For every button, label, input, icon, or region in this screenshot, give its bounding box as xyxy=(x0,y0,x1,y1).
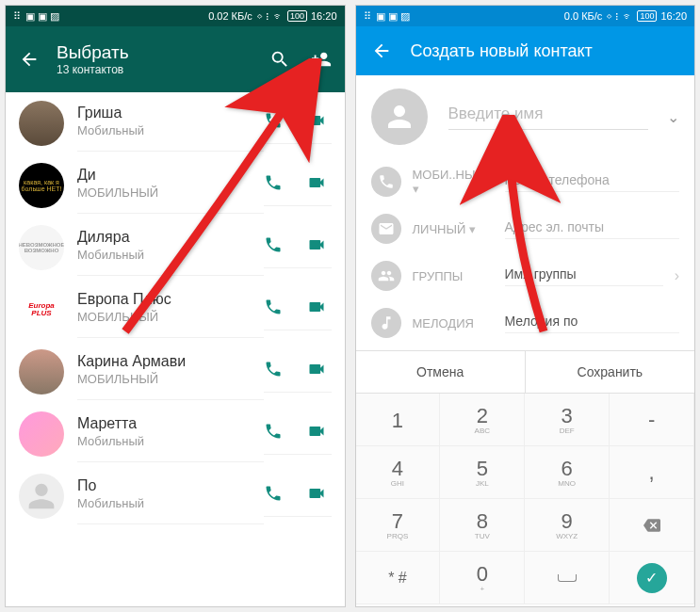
email-input[interactable]: Адрес эл. почты xyxy=(505,219,680,239)
video-icon[interactable] xyxy=(307,111,326,130)
video-icon[interactable] xyxy=(307,422,326,441)
group-icon xyxy=(371,261,401,291)
wifi-icon: ◇ ⋮ ᯤ xyxy=(606,10,633,22)
avatar: НЕВОЗМОЖНОЕ ВОЗМОЖНО xyxy=(19,225,64,270)
contact-type: МОБИЛЬНЫЙ xyxy=(77,372,264,386)
field-label: ГРУППЫ xyxy=(413,269,494,283)
chevron-down-icon[interactable]: ⌄ xyxy=(667,108,679,126)
action-bar: Отмена Сохранить xyxy=(356,350,695,394)
avatar xyxy=(19,411,64,457)
back-icon[interactable] xyxy=(19,49,40,70)
contact-row[interactable]: какая, как я больше НЕТ! ДиМОБИЛЬНЫЙ xyxy=(6,154,345,217)
call-icon[interactable] xyxy=(264,173,283,192)
clock: 16:20 xyxy=(660,10,687,22)
contact-row[interactable]: НЕВОЗМОЖНОЕ ВОЗМОЖНО ДиляраМобильный xyxy=(6,217,345,279)
header-subtitle: 13 контактов xyxy=(57,63,269,76)
contact-name: Карина Армави xyxy=(77,353,264,370)
key-8[interactable]: 8TUV xyxy=(440,499,525,552)
header-title: Выбрать xyxy=(57,42,269,63)
video-icon[interactable] xyxy=(307,484,326,503)
whatsapp-screen: ⠿▣ ▣ ▨ 0.02 КБ/с◇ ⋮ ᯤ10016:20 Выбрать 13… xyxy=(5,5,346,607)
key-comma[interactable]: , xyxy=(610,446,694,499)
avatar xyxy=(19,474,64,519)
key-done[interactable]: ✓ xyxy=(610,552,694,604)
signal-icon: ⠿ xyxy=(13,10,22,23)
video-icon[interactable] xyxy=(307,235,326,254)
key-star-hash[interactable]: * # xyxy=(356,552,441,604)
key-0[interactable]: 0+ xyxy=(440,552,525,604)
ringtone-value[interactable]: Мелодия по xyxy=(505,314,680,333)
phone-input[interactable]: Номер телефона xyxy=(505,172,680,192)
key-3[interactable]: 3DEF xyxy=(525,394,610,446)
video-icon[interactable] xyxy=(307,360,326,378)
phone-icon xyxy=(371,167,401,197)
save-button[interactable]: Сохранить xyxy=(526,351,694,393)
contact-row[interactable]: ПоМобильный xyxy=(6,465,345,527)
status-bar: ⠿▣ ▣ ▨ 0.02 КБ/с◇ ⋮ ᯤ10016:20 xyxy=(6,6,345,26)
contacts-screen: ⠿▣ ▣ ▨ 0.0 КБ/с◇ ⋮ ᯤ10016:20 Создать нов… xyxy=(355,5,696,607)
battery-level: 100 xyxy=(287,10,307,22)
key-backspace[interactable] xyxy=(610,499,694,552)
header-title: Создать новый контакт xyxy=(411,41,593,61)
call-icon[interactable] xyxy=(264,235,283,254)
video-icon[interactable] xyxy=(307,298,326,316)
contact-name: Гриша xyxy=(77,105,264,121)
data-rate: 0.02 КБ/с xyxy=(208,10,252,22)
call-icon[interactable] xyxy=(264,111,283,130)
contact-name: Ди xyxy=(77,167,264,184)
contact-name: Маретта xyxy=(77,415,264,432)
call-icon[interactable] xyxy=(264,298,283,316)
contact-type: МОБИЛЬНЫЙ xyxy=(77,310,264,324)
battery-level: 100 xyxy=(637,10,657,22)
key-4[interactable]: 4GHI xyxy=(356,446,441,499)
call-icon[interactable] xyxy=(264,484,283,503)
contact-name: Европа Плюс xyxy=(77,291,264,308)
check-icon: ✓ xyxy=(637,563,667,593)
key-space[interactable] xyxy=(525,552,610,604)
key-7[interactable]: 7PRQS xyxy=(356,499,441,552)
call-icon[interactable] xyxy=(264,422,283,441)
contact-name: По xyxy=(77,477,264,494)
avatar: Europa PLUS xyxy=(19,287,64,332)
wifi-icon: ◇ ⋮ ᯤ xyxy=(256,10,284,22)
whatsapp-header: Выбрать 13 контактов xyxy=(6,26,345,92)
contact-type: Мобильный xyxy=(77,123,264,137)
numeric-keypad: 1 2ABC 3DEF - 4GHI 5JKL 6MNO , 7PRQS 8TU… xyxy=(356,394,695,604)
contact-form: Введите имя ⌄ МОБИ..НЫЙ ▾ Номер телефона… xyxy=(356,75,695,346)
field-label[interactable]: ЛИЧНЫЙ ▾ xyxy=(413,222,494,236)
contact-row[interactable]: ГришаМобильный xyxy=(6,92,345,154)
group-value[interactable]: Имя группы xyxy=(505,266,663,286)
signal-icon: ⠿ xyxy=(364,10,372,23)
key-2[interactable]: 2ABC xyxy=(440,394,525,446)
contact-row[interactable]: МареттаМобильный xyxy=(6,403,345,465)
key-9[interactable]: 9WXYZ xyxy=(525,499,610,552)
contact-name: Диляра xyxy=(77,229,264,246)
contact-row[interactable]: Карина АрмавиМОБИЛЬНЫЙ xyxy=(6,341,345,403)
avatar xyxy=(19,349,64,395)
ringtone-icon xyxy=(371,308,401,338)
chevron-right-icon[interactable]: › xyxy=(675,267,679,284)
avatar: какая, как я больше НЕТ! xyxy=(19,163,64,208)
contact-avatar[interactable] xyxy=(371,89,428,145)
key-1[interactable]: 1 xyxy=(356,394,441,446)
call-icon[interactable] xyxy=(264,360,283,378)
contact-type: Мобильный xyxy=(77,434,264,448)
contact-row[interactable]: Europa PLUS Европа ПлюсМОБИЛЬНЫЙ xyxy=(6,279,345,341)
video-icon[interactable] xyxy=(307,173,326,192)
field-label: МЕЛОДИЯ xyxy=(413,316,494,330)
back-icon[interactable] xyxy=(371,40,392,61)
status-bar: ⠿▣ ▣ ▨ 0.0 КБ/с◇ ⋮ ᯤ10016:20 xyxy=(356,6,695,26)
avatar xyxy=(19,101,64,146)
key-6[interactable]: 6MNO xyxy=(525,446,610,499)
data-rate: 0.0 КБ/с xyxy=(564,10,603,22)
search-icon[interactable] xyxy=(269,49,290,70)
key-dash[interactable]: - xyxy=(610,394,694,446)
contact-list[interactable]: ГришаМобильный какая, как я больше НЕТ! … xyxy=(6,92,345,607)
contact-type: Мобильный xyxy=(77,248,264,262)
add-contact-icon[interactable] xyxy=(311,49,332,70)
name-input[interactable]: Введите имя xyxy=(448,105,649,130)
cancel-button[interactable]: Отмена xyxy=(356,351,526,393)
key-5[interactable]: 5JKL xyxy=(440,446,525,499)
field-label[interactable]: МОБИ..НЫЙ ▾ xyxy=(413,168,494,196)
email-icon xyxy=(371,214,401,244)
